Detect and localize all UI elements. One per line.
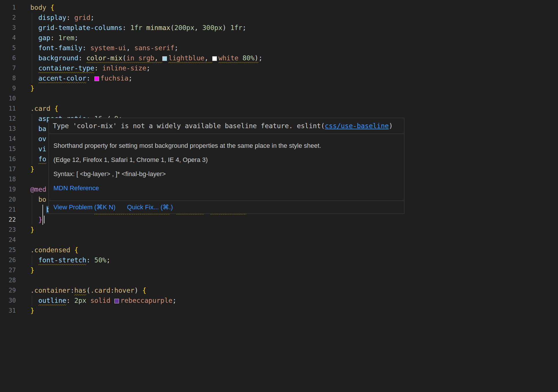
code-line[interactable]: 29.container:has(.card:hover) { — [0, 285, 558, 296]
code-line[interactable]: 23} — [0, 225, 558, 235]
code-token: } — [30, 226, 34, 234]
code-token — [138, 287, 142, 294]
code-token: , — [204, 54, 213, 62]
code-line-text: vi — [30, 144, 46, 154]
code-line-text: font-family: system-ui, sans-serif; — [30, 43, 178, 53]
code-token: gap — [38, 34, 51, 42]
code-token — [134, 54, 138, 62]
code-token: rebeccapurple — [120, 297, 172, 304]
code-line[interactable]: 22 } — [0, 215, 558, 225]
code-token: white — [218, 54, 238, 62]
code-line[interactable]: 30 outline: 2px solid rebeccapurple; — [0, 296, 558, 306]
line-number: 1 — [0, 3, 16, 13]
code-line[interactable]: 24 — [0, 235, 558, 245]
code-token: display — [38, 14, 66, 21]
color-swatch[interactable] — [162, 56, 167, 61]
code-line[interactable]: 9} — [0, 83, 558, 94]
code-token: 50% — [94, 256, 107, 264]
code-token: inline-size — [102, 64, 146, 72]
code-line[interactable]: 1body { — [0, 3, 558, 13]
doc-description: Shorthand property for setting most back… — [53, 142, 399, 150]
code-token: ba — [38, 125, 46, 132]
code-token: @med — [30, 186, 46, 193]
code-line[interactable]: 3 grid-template-columns: 1fr minmax(200p… — [0, 23, 558, 33]
code-line[interactable]: 11.card { — [0, 104, 558, 114]
color-swatch[interactable] — [114, 299, 119, 303]
code-line[interactable]: 31} — [0, 306, 558, 316]
diagnostic-text-suffix: ) — [389, 122, 393, 130]
code-line[interactable]: 4 gap: 1rem; — [0, 33, 558, 43]
line-number: 4 — [0, 33, 16, 43]
code-line[interactable]: 26 font-stretch: 50%; — [0, 255, 558, 265]
code-token: : — [50, 34, 58, 42]
color-swatch[interactable] — [94, 76, 99, 81]
code-token: accent-color — [38, 74, 86, 82]
code-token: fuchsia — [101, 74, 129, 82]
line-number: 9 — [0, 83, 16, 94]
code-token: color-mix — [86, 54, 122, 62]
code-token: 1rem — [58, 34, 74, 42]
line-number: 2 — [0, 13, 16, 23]
code-line[interactable]: 7 container-type: inline-size; — [0, 63, 558, 73]
line-number: 16 — [0, 154, 16, 164]
code-line-text: .container:has(.card:hover) { — [30, 285, 146, 296]
code-token: has — [74, 287, 86, 294]
code-token: system-ui — [90, 44, 127, 52]
line-number: 25 — [0, 245, 16, 255]
code-token: font-family — [38, 44, 82, 52]
quick-fix-link[interactable]: Quick Fix... (⌘.) — [127, 204, 173, 211]
code-token: .container — [30, 287, 70, 294]
code-token: font-stretch — [38, 256, 86, 264]
code-token: : — [82, 44, 90, 52]
line-number: 5 — [0, 43, 16, 53]
code-line[interactable]: 28 — [0, 275, 558, 285]
code-token: background — [38, 54, 78, 62]
code-line[interactable]: 25.condensed { — [0, 245, 558, 255]
diagnostic-message: Type 'color-mix' is not a widely availab… — [49, 118, 404, 134]
code-token: } — [30, 85, 34, 92]
code-line[interactable]: 6 background: color-mix(in srgb, lightbl… — [0, 53, 558, 63]
code-token: solid — [90, 297, 110, 304]
color-swatch[interactable] — [212, 56, 217, 61]
code-token: { — [74, 246, 78, 254]
tooltip-actions: View Problem (⌘K N) Quick Fix... (⌘.) — [49, 201, 404, 214]
code-line[interactable]: 8 accent-color: fuchsia; — [0, 73, 558, 83]
code-token: 200px — [174, 24, 194, 31]
code-token: 300px — [202, 24, 222, 31]
code-line[interactable]: 10 — [0, 94, 558, 104]
active-indent-guide — [42, 205, 43, 225]
line-number: 21 — [0, 205, 16, 215]
code-line[interactable]: 27} — [0, 265, 558, 275]
code-token: ; — [74, 34, 78, 42]
code-token: 2px — [74, 297, 86, 304]
code-token: : — [78, 54, 86, 62]
line-number: 23 — [0, 225, 16, 235]
eslint-rule-link[interactable]: css/use-baseline — [325, 122, 389, 130]
line-number: 12 — [0, 114, 16, 124]
code-line-text: gap: 1rem; — [30, 33, 78, 43]
code-token — [86, 297, 90, 304]
code-line-text: font-stretch: 50%; — [30, 255, 110, 265]
line-number: 26 — [0, 255, 16, 265]
line-number: 10 — [0, 94, 16, 104]
code-line-text: } — [30, 265, 34, 275]
code-token: ; — [242, 24, 246, 31]
view-problem-link[interactable]: View Problem (⌘K N) — [53, 204, 116, 211]
code-editor: 1body {2 display: grid;3 grid-template-c… — [0, 0, 558, 392]
code-token: body — [30, 4, 46, 11]
code-line-text: } — [30, 164, 34, 174]
code-token: outline — [38, 297, 66, 304]
code-token: container-type — [38, 64, 94, 72]
code-token: bo — [38, 196, 46, 203]
code-token: : — [66, 14, 75, 21]
code-token: vi — [38, 145, 46, 153]
code-token: { — [54, 105, 58, 112]
mdn-reference-link[interactable]: MDN Reference — [53, 184, 99, 192]
code-line[interactable]: 5 font-family: system-ui, sans-serif; — [0, 43, 558, 53]
line-number: 30 — [0, 296, 16, 306]
code-token — [30, 206, 46, 213]
code-token — [70, 246, 74, 254]
code-line[interactable]: 2 display: grid; — [0, 13, 558, 23]
doc-browser-support: (Edge 12, Firefox 1, Safari 1, Chrome 1,… — [53, 156, 399, 164]
code-line-text: accent-color: fuchsia; — [30, 73, 132, 83]
